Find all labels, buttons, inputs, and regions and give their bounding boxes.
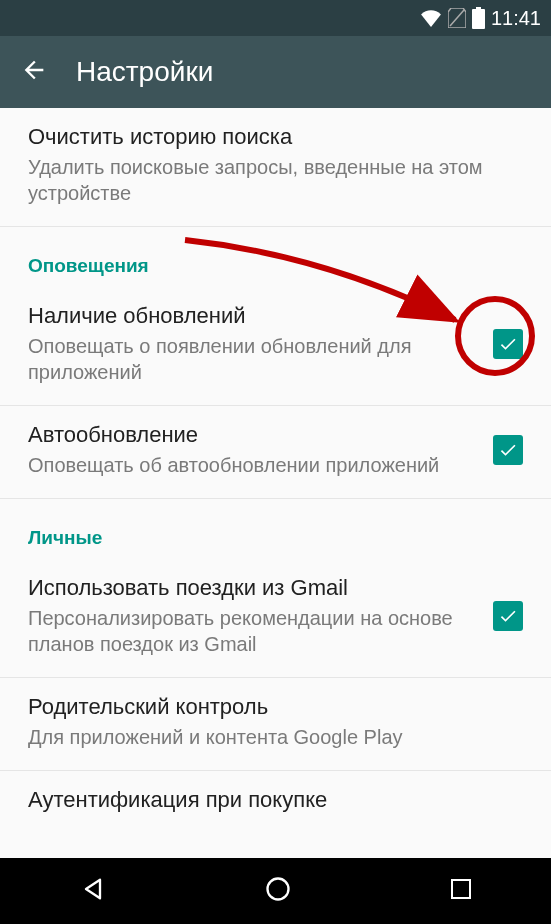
row-title: Автообновление	[28, 422, 477, 448]
nav-back-icon[interactable]	[79, 875, 107, 907]
checkmark-icon	[498, 440, 518, 460]
row-subtitle: Оповещать о появлении обновлений для при…	[28, 333, 477, 385]
nav-home-icon[interactable]	[264, 875, 292, 907]
page-title: Настройки	[76, 56, 213, 88]
section-header-notifications: Оповещения	[0, 227, 551, 287]
checkbox-updates-available[interactable]	[493, 329, 523, 359]
row-subtitle: Персонализировать рекомендации на основе…	[28, 605, 477, 657]
row-subtitle: Оповещать об автообновлении приложений	[28, 452, 477, 478]
checkbox-gmail-trips[interactable]	[493, 601, 523, 631]
row-subtitle: Для приложений и контента Google Play	[28, 724, 523, 750]
nav-recent-icon[interactable]	[449, 877, 473, 905]
svg-point-3	[267, 879, 288, 900]
row-parental-control[interactable]: Родительский контроль Для приложений и к…	[0, 678, 551, 771]
status-bar: 11:41	[0, 0, 551, 36]
row-title: Очистить историю поиска	[28, 124, 523, 150]
row-clear-search-history[interactable]: Очистить историю поиска Удалить поисковы…	[0, 108, 551, 227]
section-header-personal: Личные	[0, 499, 551, 559]
row-title: Родительский контроль	[28, 694, 523, 720]
checkmark-icon	[498, 606, 518, 626]
svg-rect-1	[476, 7, 481, 9]
row-title: Использовать поездки из Gmail	[28, 575, 477, 601]
battery-icon	[472, 7, 485, 29]
svg-rect-4	[452, 880, 470, 898]
status-bar-clock: 11:41	[491, 7, 541, 30]
row-title: Аутентификация при покупке	[28, 787, 523, 813]
sim-icon	[448, 8, 466, 28]
svg-rect-2	[472, 9, 485, 29]
checkmark-icon	[498, 334, 518, 354]
row-authentication-purchase[interactable]: Аутентификация при покупке	[0, 771, 551, 813]
back-icon[interactable]	[20, 56, 48, 88]
row-gmail-trips[interactable]: Использовать поездки из Gmail Персонализ…	[0, 559, 551, 678]
wifi-icon	[420, 9, 442, 27]
row-subtitle: Удалить поисковые запросы, введенные на …	[28, 154, 523, 206]
svg-line-0	[450, 10, 464, 26]
settings-list: Очистить историю поиска Удалить поисковы…	[0, 108, 551, 858]
checkbox-auto-update[interactable]	[493, 435, 523, 465]
row-title: Наличие обновлений	[28, 303, 477, 329]
row-auto-update[interactable]: Автообновление Оповещать об автообновлен…	[0, 406, 551, 499]
navigation-bar	[0, 858, 551, 924]
row-updates-available[interactable]: Наличие обновлений Оповещать о появлении…	[0, 287, 551, 406]
app-bar: Настройки	[0, 36, 551, 108]
